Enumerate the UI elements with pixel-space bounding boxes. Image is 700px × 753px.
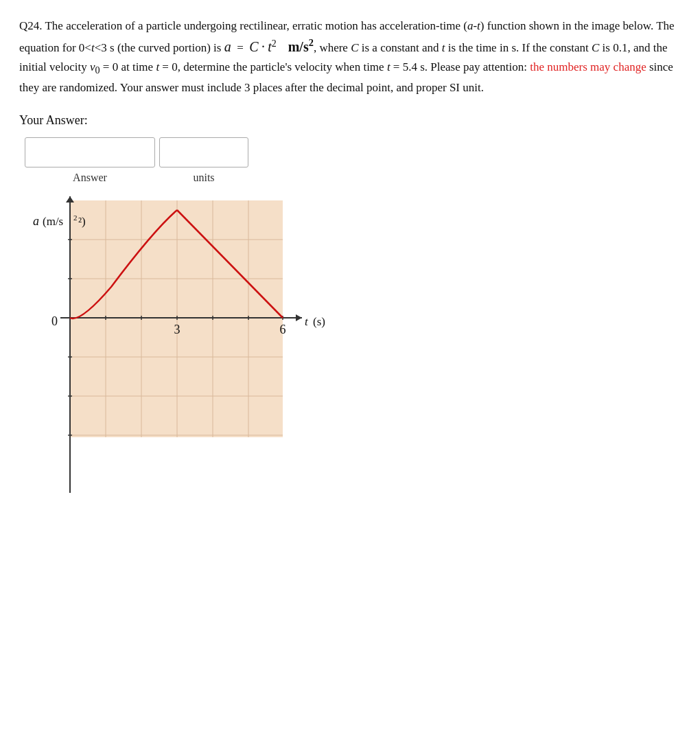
units-field-label: units (159, 172, 248, 184)
svg-text:3: 3 (174, 323, 180, 336)
answer-labels: Answer units (25, 172, 681, 184)
svg-text:²): ²) (78, 215, 86, 228)
answer-inputs (25, 137, 681, 167)
answer-field-label: Answer (25, 172, 155, 184)
svg-rect-34 (70, 200, 283, 437)
svg-marker-47 (296, 314, 302, 321)
highlight-warning: the numbers may change (530, 60, 646, 73)
svg-text:(m/s: (m/s (43, 215, 63, 228)
your-answer-section: Your Answer: Answer units (19, 113, 681, 184)
question-block: Q24. The acceleration of a particle unde… (19, 16, 681, 97)
units-input[interactable] (159, 137, 248, 167)
svg-text:0: 0 (51, 314, 58, 328)
acceleration-time-graph: 0 3 6 t (s) a (m/s ²) 2 (22, 191, 331, 507)
question-number: Q24. (19, 19, 43, 32)
question-intro: The acceleration of a particle undergoin… (19, 19, 675, 94)
svg-text:a: a (33, 214, 39, 228)
svg-text:2: 2 (73, 213, 78, 222)
graph-section: 0 3 6 t (s) a (m/s ²) 2 (22, 191, 331, 507)
svg-marker-49 (66, 196, 74, 202)
svg-text:t: t (305, 315, 309, 328)
svg-text:(s): (s) (313, 315, 325, 328)
answer-input[interactable] (25, 137, 155, 167)
svg-text:6: 6 (280, 323, 286, 336)
your-answer-label: Your Answer: (19, 113, 681, 128)
